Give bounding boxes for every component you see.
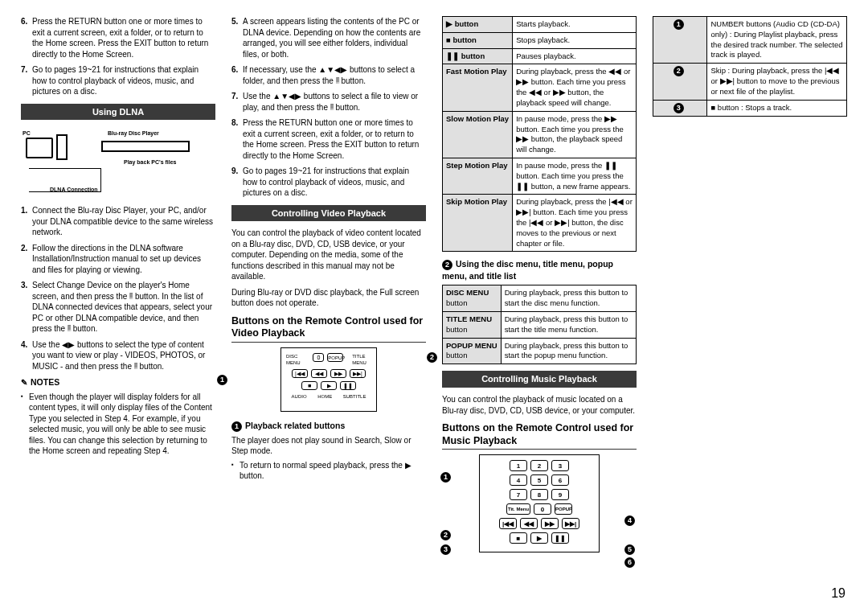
playback-table: ▶ buttonStarts playback. ■ buttonStops p…	[442, 16, 637, 252]
cvp-para1: You can control the playback of video co…	[231, 228, 426, 282]
col1-steps-b: 1.Connect the Blu-ray Disc Player, your …	[21, 205, 215, 372]
page-number: 19	[831, 585, 845, 602]
cmp-para: You can control the playback of music lo…	[442, 394, 637, 416]
remote-video-heading: Buttons on the Remote Control used for V…	[231, 315, 426, 343]
remote-video-diagram: 1 2 DISC MENU 0POPUP TITLE MENU |◀◀◀◀▶▶▶…	[231, 347, 426, 412]
controlling-music-bar: Controlling Music Playback	[442, 371, 637, 388]
col1-steps-a: 6.Press the RETURN button one or more ti…	[21, 16, 215, 97]
menu-table: DISC MENUbuttonDuring playback, press th…	[442, 285, 637, 364]
cvp-para2: During Blu-ray or DVD disc playback, the…	[231, 287, 426, 309]
playback-buttons-heading: 1Playback related buttons	[231, 420, 426, 432]
col2-steps: 5.A screen appears listing the contents …	[231, 16, 426, 199]
controlling-video-bar: Controlling Video Playback	[231, 205, 426, 222]
remote-music-heading: Buttons on the Remote Control used for M…	[442, 422, 637, 450]
remote-music-diagram: 1 2 3 4 5 6 123 456 789 Tit. Menu0POPUP …	[442, 454, 637, 552]
playback-note: The player does not play sound in Search…	[231, 435, 426, 457]
notes-heading: NOTES	[21, 376, 215, 388]
playback-bullet: To return to normal speed playback, pres…	[231, 460, 426, 482]
music-table: 1NUMBER buttons (Audio CD (CD-DA) only) …	[653, 16, 847, 117]
notes-block: NOTES Even though the player will displa…	[21, 376, 215, 457]
dlna-diagram: PC Blu-ray Disc Player Play back PC's fi…	[21, 126, 215, 199]
disc-menu-heading: 2Using the disc menu, title menu, popup …	[442, 258, 637, 281]
using-dlna-bar: Using DLNA	[21, 104, 215, 121]
